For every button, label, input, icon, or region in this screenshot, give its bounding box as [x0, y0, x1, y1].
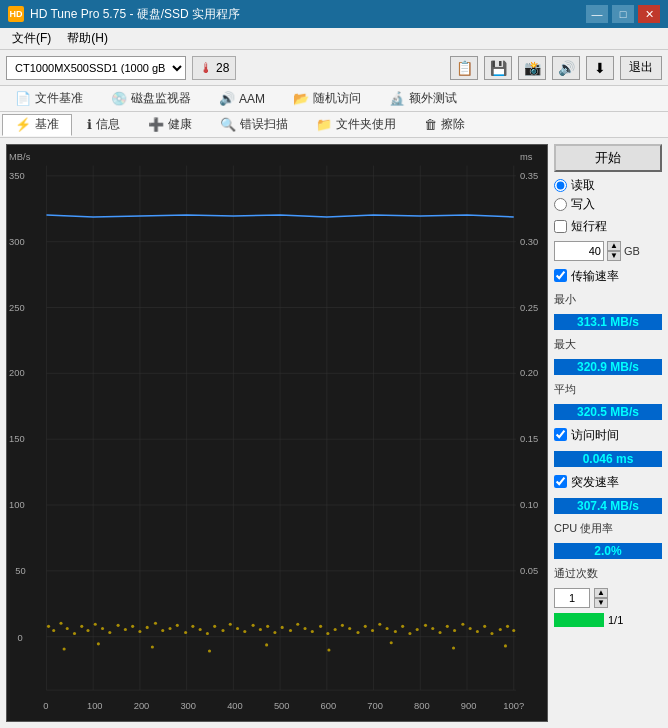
tab-info-icon: ℹ [87, 117, 92, 132]
tab-health-icon: ➕ [148, 117, 164, 132]
tab-health-label: 健康 [168, 116, 192, 133]
svg-point-47 [108, 631, 111, 634]
passes-down[interactable]: ▼ [594, 598, 608, 608]
menu-file[interactable]: 文件(F) [4, 28, 59, 49]
menu-bar: 文件(F) 帮助(H) [0, 28, 668, 50]
svg-text:100?: 100? [503, 701, 524, 711]
tab-extra-icon: 🔬 [389, 91, 405, 106]
svg-point-93 [453, 629, 456, 632]
access-time-checkbox[interactable]: 访问时间 [554, 425, 662, 444]
svg-text:500: 500 [274, 701, 290, 711]
passes-count[interactable] [554, 588, 590, 608]
gb-spinbox-row: ▲ ▼ GB [554, 241, 662, 261]
tab-error-icon: 🔍 [220, 117, 236, 132]
title-left: HD HD Tune Pro 5.75 - 硬盘/SSD 实用程序 [8, 6, 240, 23]
tab-health[interactable]: ➕ 健康 [135, 114, 205, 136]
transfer-rate-checkbox[interactable]: 传输速率 [554, 266, 662, 285]
svg-point-65 [243, 630, 246, 633]
svg-point-50 [131, 625, 134, 628]
tab-error-label: 错误扫描 [240, 116, 288, 133]
svg-point-61 [213, 625, 216, 628]
write-radio[interactable]: 写入 [554, 196, 662, 213]
svg-point-58 [191, 625, 194, 628]
svg-point-99 [499, 628, 502, 631]
tab-random-access[interactable]: 📂 随机访问 [280, 88, 374, 110]
tab-file-benchmark[interactable]: 📄 文件基准 [2, 88, 96, 110]
svg-point-74 [311, 630, 314, 633]
svg-point-78 [341, 624, 344, 627]
svg-point-90 [431, 627, 434, 630]
svg-point-82 [371, 629, 374, 632]
svg-point-62 [221, 629, 224, 632]
svg-point-66 [252, 624, 255, 627]
right-panel: 开始 读取 写入 短行程 ▲ ▼ GB [548, 138, 668, 728]
short-stroke-checkbox[interactable]: 短行程 [554, 218, 662, 235]
svg-text:50: 50 [15, 566, 25, 576]
passes-up[interactable]: ▲ [594, 588, 608, 598]
tab-benchmark[interactable]: ⚡ 基准 [2, 114, 72, 136]
minimize-button[interactable]: — [586, 5, 608, 23]
title-bar: HD HD Tune Pro 5.75 - 硬盘/SSD 实用程序 — □ ✕ [0, 0, 668, 28]
tab-info[interactable]: ℹ 信息 [74, 114, 133, 136]
start-button[interactable]: 开始 [554, 144, 662, 172]
burst-rate-checkbox[interactable]: 突发速率 [554, 472, 662, 491]
tab-erase-icon: 🗑 [424, 117, 437, 132]
toolbar-icon-4[interactable]: 🔊 [552, 56, 580, 80]
close-button[interactable]: ✕ [638, 5, 660, 23]
progress-text: 1/1 [608, 614, 623, 626]
disk-selector[interactable]: CT1000MX500SSD1 (1000 gB) [6, 56, 186, 80]
short-stroke-label: 短行程 [571, 218, 607, 235]
svg-point-98 [490, 632, 493, 635]
svg-text:0.25: 0.25 [520, 303, 538, 313]
tab-random-icon: 📂 [293, 91, 309, 106]
svg-point-53 [154, 622, 157, 625]
tab-extra-test[interactable]: 🔬 额外测试 [376, 88, 470, 110]
svg-point-80 [356, 631, 359, 634]
toolbar-icon-2[interactable]: 💾 [484, 56, 512, 80]
svg-point-89 [424, 624, 427, 627]
svg-point-68 [266, 625, 269, 628]
svg-point-48 [117, 624, 120, 627]
tab-disk-monitor[interactable]: 💿 磁盘监视器 [98, 88, 204, 110]
tab-folder-usage[interactable]: 📁 文件夹使用 [303, 114, 409, 136]
toolbar-icon-1[interactable]: 📋 [450, 56, 478, 80]
spinbox-down[interactable]: ▼ [607, 251, 621, 261]
svg-text:0.30: 0.30 [520, 237, 538, 247]
svg-point-70 [281, 626, 284, 629]
tab-erase[interactable]: 🗑 擦除 [411, 114, 478, 136]
tab-error-scan[interactable]: 🔍 错误扫描 [207, 114, 301, 136]
read-radio[interactable]: 读取 [554, 177, 662, 194]
chart-area: MB/s 350 300 250 200 150 100 50 0 ms 0.3… [6, 144, 548, 722]
avg-value: 320.5 MB/s [554, 404, 662, 420]
toolbar-icon-5[interactable]: ⬇ [586, 56, 614, 80]
svg-point-87 [408, 632, 411, 635]
gb-spinbox[interactable] [554, 241, 604, 261]
write-label: 写入 [571, 196, 595, 213]
svg-text:0.05: 0.05 [520, 566, 538, 576]
tab-file-icon: 📄 [15, 91, 31, 106]
svg-point-105 [208, 650, 211, 653]
svg-text:200: 200 [9, 368, 25, 378]
toolbar: CT1000MX500SSD1 (1000 gB) 🌡 28 📋 💾 📸 🔊 ⬇… [0, 50, 668, 86]
svg-point-91 [438, 631, 441, 634]
svg-text:400: 400 [227, 701, 243, 711]
svg-point-49 [124, 628, 127, 631]
svg-point-108 [390, 641, 393, 644]
maximize-button[interactable]: □ [612, 5, 634, 23]
svg-point-97 [483, 625, 486, 628]
svg-point-72 [296, 623, 299, 626]
svg-point-85 [394, 630, 397, 633]
progress-bar [554, 613, 604, 627]
toolbar-icon-3[interactable]: 📸 [518, 56, 546, 80]
thermometer-icon: 🌡 [199, 60, 213, 76]
svg-point-71 [289, 629, 292, 632]
spinbox-up[interactable]: ▲ [607, 241, 621, 251]
svg-point-109 [452, 646, 455, 649]
exit-button[interactable]: 退出 [620, 56, 662, 80]
svg-point-103 [97, 642, 100, 645]
menu-help[interactable]: 帮助(H) [59, 28, 116, 49]
tab-aam[interactable]: 🔊 AAM [206, 88, 278, 110]
svg-point-107 [327, 648, 330, 651]
tab-row-1: 📄 文件基准 💿 磁盘监视器 🔊 AAM 📂 随机访问 🔬 额外测试 [0, 86, 668, 112]
svg-point-55 [168, 627, 171, 630]
